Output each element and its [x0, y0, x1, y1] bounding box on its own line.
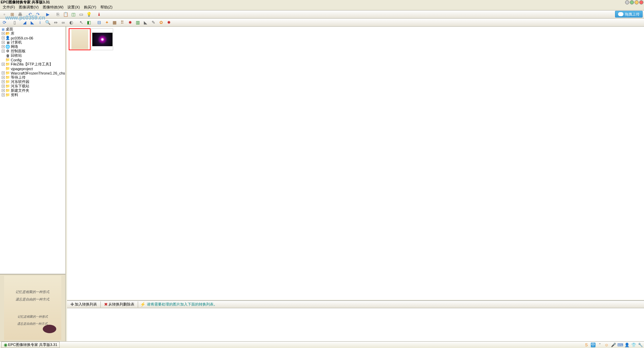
thumbnail-2[interactable] [91, 28, 113, 50]
scan-button[interactable]: ⊞ [8, 11, 16, 18]
tree-item-4[interactable]: +⚙控制面板 [0, 49, 65, 53]
drag-upload-button[interactable]: 拖拽上传 [615, 11, 643, 18]
ime-icon[interactable]: 中 [591, 343, 595, 347]
tray-mic-icon[interactable]: 🎤 [611, 343, 616, 347]
tree-expander-icon[interactable]: + [2, 63, 5, 66]
sidebar: 🖥 桌面 +📂库+👤pc0359.cn-06+🖥计算机+🌐网络+⚙控制面板🗑回收… [0, 27, 66, 341]
tray-shirt-icon[interactable]: 👕 [631, 343, 636, 347]
rotate-right-button[interactable]: ◣ [29, 19, 36, 26]
tray-smile-icon[interactable]: ☺ [604, 343, 609, 347]
upload-label: 拖拽上传 [625, 12, 640, 17]
menu-file[interactable]: 文件(F) [1, 4, 16, 10]
zoom-button[interactable]: 🔍 [44, 19, 52, 26]
ruler-button[interactable]: ⊟ [95, 19, 103, 26]
dots-button[interactable]: ⠿ [119, 19, 126, 26]
tray-user-icon[interactable]: 👤 [624, 343, 629, 347]
select-button[interactable]: ▭ [77, 11, 85, 18]
tree-item-7[interactable]: +📁FileZilla【FTP上传工具】 [0, 62, 65, 66]
tree-item-8[interactable]: 📁vjpageproject [0, 66, 65, 71]
link-icon: ∞ [62, 20, 65, 25]
tree-item-label: FileZilla【FTP上传工具】 [11, 62, 53, 67]
tree-expander-icon[interactable]: + [2, 80, 5, 83]
content-area: ✚ 加入转换列表 ✖ 从转换列删除表 ⚡ 请将需要处理的图片加入下面的转换列表。 [67, 27, 644, 341]
menu-settings[interactable]: 设置(X) [66, 4, 81, 10]
print-button[interactable]: 🖶 [16, 11, 24, 18]
tree-expander-icon[interactable]: + [2, 50, 5, 53]
scan-icon: ⊞ [10, 12, 14, 17]
tree-expander-icon[interactable]: + [2, 85, 5, 88]
tree-expander-icon[interactable]: + [2, 36, 5, 39]
info-icon: i [40, 20, 41, 25]
table-button[interactable]: ▥ [134, 19, 141, 26]
tree-item-0[interactable]: +📂库 [0, 31, 65, 36]
tree-expander-icon[interactable]: + [2, 76, 5, 79]
paste-button[interactable]: 📋 [62, 11, 69, 18]
restore-button[interactable] [630, 0, 634, 4]
add-to-list-button[interactable]: ✚ 加入转换列表 [69, 301, 98, 307]
gear-button[interactable]: ✹ [165, 19, 172, 26]
info-button[interactable]: i [36, 19, 44, 26]
tree-item-11[interactable]: +📁河东软件园 [0, 80, 65, 84]
view-button[interactable]: ▯ [11, 19, 18, 26]
grid-button[interactable]: ▦ [111, 19, 118, 26]
thumbnail-grid[interactable] [67, 27, 644, 299]
pointer-button[interactable]: ↖ [77, 19, 85, 26]
tray-keyboard-icon[interactable]: ⌨ [618, 343, 622, 347]
light-button[interactable]: 💡 [85, 11, 93, 18]
redo-button[interactable]: ↷ [34, 11, 41, 18]
menu-help[interactable]: 帮助(Z) [99, 4, 114, 10]
temperature-button[interactable]: 🌡 [95, 11, 103, 18]
link-button[interactable]: ∞ [60, 19, 67, 26]
sogou-icon[interactable]: S [584, 343, 589, 347]
flower-button[interactable]: ✿ [157, 19, 165, 26]
menu-buy[interactable]: 购买(Y) [83, 4, 98, 10]
tree-item-9[interactable]: +📁Warcraft3FrozenThrone1.26_chs [0, 71, 65, 75]
star-button[interactable]: ✸ [126, 19, 134, 26]
rotate-left-button[interactable]: ◢ [21, 19, 28, 26]
open-button[interactable]: ▫ [1, 11, 8, 18]
tree-item-12[interactable]: +📁河东下载站 [0, 84, 65, 88]
menu-adjust[interactable]: 图像调整(V) [18, 4, 40, 10]
tree-item-2[interactable]: +🖥计算机 [0, 40, 65, 45]
remove-from-list-button[interactable]: ✖ 从转换列删除表 [103, 301, 136, 307]
view-icon: ▯ [13, 20, 16, 25]
taskbar-app-button[interactable]: ◉ EPC图像转换专家 共享版3.31 [1, 342, 60, 348]
brush-button[interactable]: ✎ [150, 19, 157, 26]
tray-wrench-icon[interactable]: 🔧 [638, 343, 643, 347]
fit-button[interactable]: ⇔ [52, 19, 59, 26]
desktop-icon: 🖥 [0, 27, 5, 31]
tree-root[interactable]: 🖥 桌面 [0, 27, 65, 31]
tree-item-1[interactable]: +👤pc0359.cn-06 [0, 36, 65, 40]
tree-item-14[interactable]: +📁资料 [0, 93, 65, 97]
adjust-button[interactable]: ◐ [67, 19, 75, 26]
bucket-button[interactable]: ◣ [142, 19, 149, 26]
maximize-button[interactable] [635, 0, 639, 4]
tree-item-5[interactable]: 🗑回收站 [0, 53, 65, 58]
tree-item-13[interactable]: +📁新建文件夹 [0, 88, 65, 93]
tree-expander-icon[interactable]: + [2, 32, 5, 35]
folder-tree[interactable]: 🖥 桌面 +📂库+👤pc0359.cn-06+🖥计算机+🌐网络+⚙控制面板🗑回收… [0, 27, 65, 274]
undo-button[interactable]: ↶ [26, 11, 34, 18]
tray-punct-icon[interactable]: " [598, 343, 602, 347]
tree-expander-icon[interactable]: + [2, 41, 5, 44]
grid-icon: ▦ [112, 20, 117, 25]
minimize-button[interactable] [625, 0, 629, 4]
crop-button[interactable]: ◫ [70, 11, 77, 18]
tree-item-3[interactable]: +🌐网络 [0, 45, 65, 49]
tree-expander-icon[interactable]: + [2, 71, 5, 75]
color-button[interactable]: ◧ [85, 19, 93, 26]
menu-effects[interactable]: 图像特效(W) [41, 4, 65, 10]
play-button[interactable]: ▶ [44, 11, 52, 18]
thumbnail-1[interactable] [69, 28, 91, 50]
tree-expander-icon[interactable]: + [2, 93, 5, 96]
copy-button[interactable]: ⎘ [54, 11, 62, 18]
light-icon: 💡 [86, 12, 92, 17]
tree-expander-icon[interactable]: + [2, 45, 5, 48]
titlebar: EPC图像转换专家 共享版3.31 [0, 0, 644, 4]
conversion-list[interactable] [67, 308, 644, 341]
tree-expander-icon[interactable]: + [2, 89, 5, 92]
close-button[interactable] [639, 0, 643, 4]
tree-item-10[interactable]: +📁等待上传 [0, 75, 65, 80]
sparkle-button[interactable]: ✦ [103, 19, 110, 26]
refresh-button[interactable]: ⟳ [1, 19, 8, 26]
